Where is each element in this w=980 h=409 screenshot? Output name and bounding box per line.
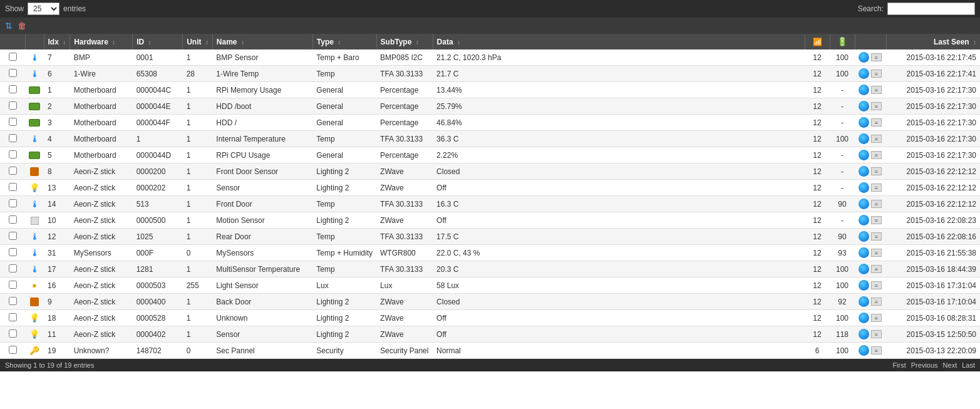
th-battery[interactable]: 🔋 <box>830 34 855 49</box>
globe-icon[interactable] <box>859 133 869 144</box>
globe-icon[interactable] <box>859 264 869 274</box>
edit-icon[interactable]: ≡ <box>871 53 882 61</box>
row-signal: 12 <box>805 310 830 326</box>
row-checkbox[interactable] <box>9 183 17 191</box>
row-checkbox[interactable] <box>9 297 17 305</box>
row-checkbox[interactable] <box>9 215 17 224</box>
edit-icon[interactable]: ≡ <box>871 265 882 273</box>
edit-icon[interactable]: ≡ <box>871 249 882 257</box>
globe-icon[interactable] <box>859 101 869 111</box>
row-checkbox[interactable] <box>9 53 17 61</box>
globe-icon[interactable] <box>859 280 869 291</box>
globe-icon[interactable] <box>859 296 869 307</box>
th-lastseen[interactable]: Last Seen ↕ <box>886 34 980 49</box>
table-row: 💡 18 Aeon-Z stick 0000528 1 Unknown Ligh… <box>0 310 980 326</box>
edit-icon[interactable]: ≡ <box>871 330 882 338</box>
edit-icon[interactable]: ≡ <box>871 298 882 306</box>
globe-icon[interactable] <box>859 247 869 258</box>
globe-icon[interactable] <box>859 231 869 242</box>
edit-icon[interactable]: ≡ <box>871 216 882 224</box>
row-icon-cell: 🌡 <box>25 196 44 212</box>
row-checkbox[interactable] <box>9 281 17 289</box>
row-icon-cell <box>25 115 44 131</box>
search-input[interactable] <box>887 3 975 15</box>
row-checkbox[interactable] <box>9 118 17 126</box>
row-actions: ≡ <box>855 147 886 163</box>
row-checkbox[interactable] <box>9 264 17 272</box>
th-idx[interactable]: Idx ↕ <box>44 34 70 49</box>
edit-icon[interactable]: ≡ <box>871 281 882 289</box>
edit-icon[interactable]: ≡ <box>871 232 882 241</box>
row-checkbox[interactable] <box>9 69 17 77</box>
th-data[interactable]: Data ↕ <box>433 34 805 49</box>
edit-icon[interactable]: ≡ <box>871 118 882 127</box>
previous-page[interactable]: Previous <box>911 361 938 369</box>
edit-icon[interactable]: ≡ <box>871 135 882 143</box>
filter-button[interactable]: ⇅ <box>4 19 14 32</box>
th-unit[interactable]: Unit ↕ <box>183 34 213 49</box>
globe-icon[interactable] <box>859 68 869 79</box>
row-name: Front Door <box>212 196 312 212</box>
th-subtype[interactable]: SubType ↕ <box>376 34 433 49</box>
row-checkbox[interactable] <box>9 232 17 240</box>
edit-icon[interactable]: ≡ <box>871 86 882 94</box>
globe-icon[interactable] <box>859 117 869 128</box>
row-type: Temp <box>312 66 376 82</box>
globe-icon[interactable] <box>859 52 869 63</box>
th-type[interactable]: Type ↕ <box>312 34 376 49</box>
row-unit: 1 <box>183 326 213 343</box>
row-id: 0000044E <box>133 98 183 115</box>
edit-icon[interactable]: ≡ <box>871 102 882 110</box>
edit-icon[interactable]: ≡ <box>871 346 882 355</box>
table-row: 9 Aeon-Z stick 0000400 1 Back Door Light… <box>0 294 980 310</box>
th-name[interactable]: Name ↕ <box>212 34 312 49</box>
globe-icon[interactable] <box>859 85 869 95</box>
row-checkbox[interactable] <box>9 329 17 338</box>
row-checkbox[interactable] <box>9 167 17 175</box>
row-checkbox[interactable] <box>9 248 17 256</box>
table-row: 🌡 6 1-Wire 65308 28 1-Wire Temp Temp TFA… <box>0 66 980 82</box>
row-unit: 1 <box>183 49 213 66</box>
row-checkbox[interactable] <box>9 346 17 354</box>
row-battery: 100 <box>830 343 855 359</box>
edit-icon[interactable]: ≡ <box>871 314 882 322</box>
row-checkbox[interactable] <box>9 199 17 207</box>
edit-icon[interactable]: ≡ <box>871 70 882 78</box>
row-hardware: Aeon-Z stick <box>70 310 133 326</box>
row-icon-cell: 💡 <box>25 180 44 196</box>
row-icon-cell: 🌡 <box>25 131 44 147</box>
edit-icon[interactable]: ≡ <box>871 151 882 159</box>
globe-icon[interactable] <box>859 150 869 160</box>
entries-select[interactable]: 25 10 50 100 <box>28 3 59 15</box>
row-checkbox[interactable] <box>9 101 17 110</box>
edit-icon[interactable]: ≡ <box>871 184 882 192</box>
row-type: Temp <box>312 196 376 212</box>
globe-icon[interactable] <box>859 345 869 356</box>
edit-icon[interactable]: ≡ <box>871 167 882 175</box>
row-actions: ≡ <box>855 261 886 277</box>
row-checkbox[interactable] <box>9 150 17 158</box>
row-subtype: Percentage <box>376 147 433 163</box>
globe-icon[interactable] <box>859 215 869 225</box>
globe-icon[interactable] <box>859 313 869 323</box>
row-checkbox[interactable] <box>9 313 17 321</box>
globe-icon[interactable] <box>859 329 869 339</box>
globe-icon[interactable] <box>859 166 869 177</box>
last-page[interactable]: Last <box>962 361 975 369</box>
next-page[interactable]: Next <box>943 361 957 369</box>
first-page[interactable]: First <box>892 361 905 369</box>
th-hardware[interactable]: Hardware ↕ <box>70 34 133 49</box>
row-subtype: TFA 30.3133 <box>376 229 433 245</box>
globe-icon[interactable] <box>859 182 869 193</box>
row-type: Lighting 2 <box>312 163 376 180</box>
globe-icon[interactable] <box>859 199 869 209</box>
row-checkbox[interactable] <box>9 85 17 93</box>
row-checkbox[interactable] <box>9 134 17 142</box>
th-signal[interactable]: 📶 <box>805 34 830 49</box>
row-idx: 3 <box>44 115 70 131</box>
row-unit: 1 <box>183 196 213 212</box>
delete-button[interactable]: 🗑 <box>16 19 28 32</box>
edit-icon[interactable]: ≡ <box>871 200 882 208</box>
row-lastseen: 2015-03-16 22:08:16 <box>886 229 980 245</box>
th-id[interactable]: ID ↕ <box>133 34 183 49</box>
